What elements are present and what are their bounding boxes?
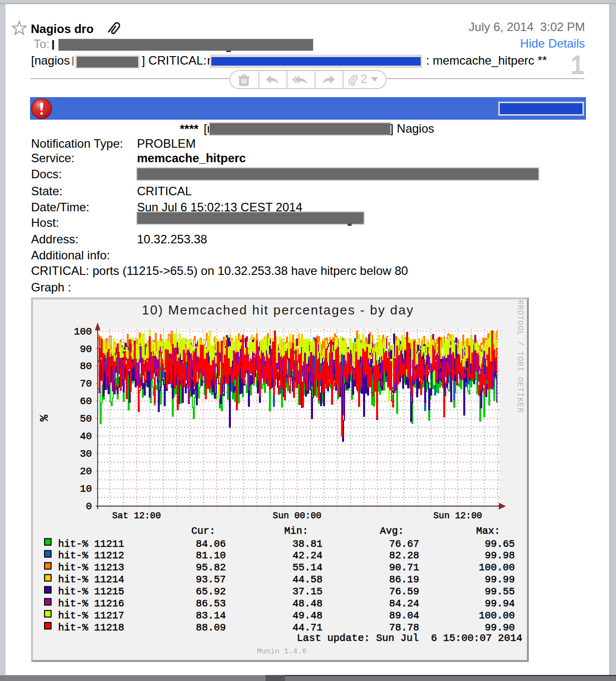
svg-text:65.92: 65.92 [196, 586, 226, 597]
svg-text:60: 60 [80, 396, 92, 407]
svg-text:70: 70 [80, 378, 92, 390]
svg-text:100.00: 100.00 [479, 610, 515, 621]
svg-text:100: 100 [74, 326, 92, 337]
svg-text:30: 30 [80, 448, 92, 460]
svg-text:95.82: 95.82 [196, 562, 226, 573]
svg-text:Cur:: Cur: [191, 525, 215, 537]
svg-text:99.90: 99.90 [485, 622, 515, 633]
svg-text:81.10: 81.10 [196, 550, 226, 561]
svg-text:42.24: 42.24 [292, 550, 323, 561]
svg-text:Avg:: Avg: [380, 525, 404, 537]
svg-text:89.04: 89.04 [389, 610, 419, 621]
svg-text:84.24: 84.24 [389, 598, 419, 609]
svg-text:90.71: 90.71 [389, 562, 419, 573]
svg-text:49.48: 49.48 [292, 610, 323, 621]
svg-text:86.19: 86.19 [389, 574, 419, 585]
svg-text:76.67: 76.67 [389, 538, 419, 550]
svg-text:hit-% 11214: hit-% 11214 [58, 574, 124, 585]
svg-text:50: 50 [80, 413, 92, 425]
svg-text:99.55: 99.55 [485, 586, 515, 597]
svg-text:20: 20 [80, 466, 92, 477]
svg-text:hit-% 11217: hit-% 11217 [58, 610, 124, 621]
svg-text:93.57: 93.57 [196, 574, 226, 585]
svg-text:55.14: 55.14 [292, 562, 323, 573]
svg-text:Sun 00:00: Sun 00:00 [273, 511, 322, 521]
svg-text:10) Memcached hit percentages: 10) Memcached hit percentages - by day [142, 302, 414, 317]
svg-text:82.28: 82.28 [389, 550, 419, 561]
svg-text:hit-% 11218: hit-% 11218 [58, 622, 124, 633]
svg-text:99.65: 99.65 [485, 538, 515, 550]
svg-text:0: 0 [86, 501, 92, 512]
svg-text:78.78: 78.78 [389, 622, 419, 633]
svg-text:100.00: 100.00 [479, 562, 515, 573]
svg-text:86.53: 86.53 [196, 598, 226, 609]
svg-text:Max:: Max: [476, 525, 500, 537]
svg-text:80: 80 [80, 361, 92, 372]
svg-text:%: % [39, 415, 51, 422]
svg-text:hit-% 11213: hit-% 11213 [58, 562, 124, 573]
svg-text:hit-% 11215: hit-% 11215 [58, 586, 124, 597]
svg-text:44.71: 44.71 [292, 622, 323, 633]
svg-text:84.06: 84.06 [196, 538, 226, 550]
svg-text:40: 40 [80, 431, 92, 442]
svg-text:37.15: 37.15 [292, 586, 323, 597]
svg-text:90: 90 [80, 344, 92, 355]
svg-text:10: 10 [80, 483, 92, 495]
svg-text:99.98: 99.98 [485, 550, 515, 561]
svg-text:Min:: Min: [284, 525, 308, 537]
svg-text:hit-% 11216: hit-% 11216 [58, 598, 124, 609]
svg-text:38.81: 38.81 [292, 538, 323, 550]
svg-text:76.59: 76.59 [389, 586, 419, 597]
svg-text:hit-% 11212: hit-% 11212 [58, 550, 124, 561]
svg-text:Last update: Sun Jul 6 15:00:: Last update: Sun Jul 6 15:00:07 2014 [297, 632, 522, 644]
svg-text:48.48: 48.48 [292, 598, 323, 609]
svg-text:Sun 12:00: Sun 12:00 [433, 511, 482, 521]
svg-text:99.99: 99.99 [485, 574, 515, 585]
svg-text:83.14: 83.14 [196, 610, 226, 621]
svg-text:Sat 12:00: Sat 12:00 [112, 511, 161, 521]
svg-text:44.58: 44.58 [292, 574, 323, 585]
svg-text:hit-% 11211: hit-% 11211 [58, 538, 124, 550]
svg-text:88.09: 88.09 [196, 622, 226, 633]
svg-text:Munin 1.4.6: Munin 1.4.6 [257, 647, 306, 656]
svg-text:99.94: 99.94 [485, 598, 515, 609]
svg-text:RRDTOOL / TOBI OETIKER: RRDTOOL / TOBI OETIKER [515, 300, 524, 413]
